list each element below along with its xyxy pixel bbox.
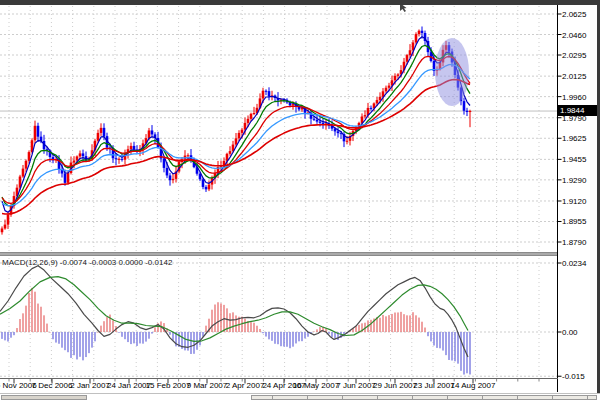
candle-body — [37, 126, 40, 137]
macd-histogram-bar — [232, 312, 233, 332]
macd-histogram-bar — [16, 328, 17, 332]
date-label: 14 Aug 2007 — [451, 381, 496, 390]
macd-histogram-bar — [19, 319, 20, 332]
macd-histogram-bar — [283, 332, 284, 347]
macd-histogram-bar — [298, 332, 299, 341]
macd-histogram-bar — [385, 316, 386, 332]
highlight-ellipse — [435, 38, 469, 106]
macd-histogram-bar — [34, 292, 35, 332]
candle-body — [316, 120, 319, 122]
candle-body — [319, 122, 322, 123]
macd-histogram-bar — [142, 332, 143, 344]
macd-indicator-label: MACD(12,26,9) -0.0074 -0.0003 0.0000 -0.… — [2, 258, 172, 267]
macd-histogram-bar — [436, 332, 437, 348]
candle-body — [241, 130, 244, 133]
macd-chart-surface[interactable] — [0, 266, 471, 375]
candle-body — [346, 141, 349, 142]
price-axis-label: 1.8790 — [562, 238, 587, 247]
macd-histogram-bar — [388, 315, 389, 332]
macd-histogram-bar — [121, 332, 122, 337]
macd-histogram-bar — [97, 332, 98, 333]
candle-body — [169, 175, 172, 180]
current-price-badge: 1.9844 — [557, 105, 597, 116]
price-chart-surface[interactable] — [1, 26, 472, 234]
macd-histogram-bar — [229, 313, 230, 332]
trading-chart-window: 2.06252.04602.02952.01251.99601.97901.96… — [0, 0, 600, 400]
bottom-bar-segment-left[interactable] — [1, 395, 87, 400]
macd-histogram-bar — [253, 323, 254, 332]
macd-histogram-bar — [418, 318, 419, 332]
candle-body — [370, 108, 373, 109]
macd-histogram-bar — [31, 288, 32, 332]
candle-body — [406, 55, 409, 62]
macd-histogram-bar — [73, 332, 74, 355]
candle-body — [208, 185, 211, 190]
macd-histogram-bar — [409, 315, 410, 332]
macd-histogram-bar — [70, 332, 71, 358]
macd-histogram-bar — [28, 293, 29, 332]
bottom-bar-tick — [482, 396, 483, 400]
macd-histogram-bar — [91, 332, 92, 348]
macd-histogram-bar — [1, 332, 2, 339]
candle-body — [388, 86, 391, 88]
price-axis-label: 1.9625 — [562, 134, 587, 143]
price-axis-label: 1.9120 — [562, 197, 587, 206]
macd-histogram-bar — [94, 332, 95, 341]
macd-histogram-bar — [4, 332, 5, 340]
macd-histogram-bar — [469, 332, 470, 374]
macd-histogram-bar — [127, 332, 128, 342]
macd-histogram-bar — [37, 304, 38, 332]
macd-histogram-bar — [7, 332, 8, 342]
macd-histogram-bar — [256, 326, 257, 332]
candle-body — [385, 88, 388, 92]
macd-histogram-bar — [106, 317, 107, 332]
macd-histogram-bar — [274, 332, 275, 344]
macd-histogram-bar — [448, 332, 449, 360]
candle-body — [118, 159, 121, 160]
macd-histogram-bar — [295, 332, 296, 343]
candle-body — [79, 153, 82, 156]
grid — [0, 6, 557, 378]
bottom-bar-tick — [412, 396, 413, 400]
macd-histogram-bar — [454, 332, 455, 361]
macd-histogram-bar — [394, 313, 395, 332]
macd-histogram-bar — [403, 314, 404, 332]
candle-body — [130, 146, 133, 149]
bottom-bar-tick — [377, 396, 378, 400]
candle-body — [7, 215, 10, 225]
macd-histogram-bar — [58, 332, 59, 344]
macd-histogram-bar — [358, 325, 359, 332]
price-axis-label: 1.8955 — [562, 217, 587, 226]
price-axis[interactable]: 2.06252.04602.02952.01251.99601.97901.96… — [558, 10, 588, 381]
macd-histogram-bar — [421, 322, 422, 332]
macd-histogram-bar — [151, 332, 152, 334]
bottom-bar-tick — [587, 396, 588, 400]
candle-body — [238, 133, 241, 138]
candle-body — [418, 31, 421, 34]
macd-histogram-bar — [439, 332, 440, 348]
macd-histogram-bar — [124, 332, 125, 339]
bottom-bar-tick — [272, 396, 273, 400]
bottom-bar-scrollbar[interactable] — [251, 395, 597, 400]
date-axis[interactable]: 15 Nov 20067 Dec 20062 Jan 200724 Jan 20… — [0, 380, 557, 392]
candle-body — [100, 128, 103, 133]
candle-body — [34, 126, 37, 140]
macd-histogram-bar — [406, 315, 407, 332]
macd-histogram-bar — [13, 332, 14, 335]
candle-body — [421, 31, 424, 33]
bottom-bar-tick — [342, 396, 343, 400]
price-axis-label: 2.0625 — [562, 10, 587, 19]
candle-body — [466, 111, 469, 112]
chart-canvas[interactable]: 2.06252.04602.02952.01251.99601.97901.96… — [0, 0, 600, 400]
macd-histogram-bar — [214, 304, 215, 332]
candle-body — [469, 111, 472, 112]
macd-histogram-bar — [82, 332, 83, 360]
date-label: 2 Apr 2007 — [226, 381, 265, 390]
macd-histogram-bar — [52, 332, 53, 339]
candle-body — [376, 100, 379, 103]
macd-histogram-bar — [397, 312, 398, 332]
macd-histogram-bar — [112, 320, 113, 332]
candle-body — [250, 114, 253, 119]
macd-histogram-bar — [424, 328, 425, 332]
candle-body — [463, 101, 466, 111]
